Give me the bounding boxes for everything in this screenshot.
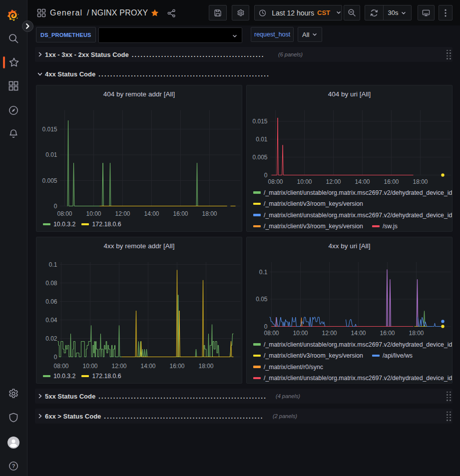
svg-text:0.01: 0.01 xyxy=(45,151,57,158)
svg-text:12:00: 12:00 xyxy=(115,210,130,217)
svg-text:0.04: 0.04 xyxy=(45,317,57,324)
svg-text:0: 0 xyxy=(264,172,268,179)
svg-text:0: 0 xyxy=(54,203,57,210)
svg-text:12:00: 12:00 xyxy=(322,330,337,337)
svg-text:14:00: 14:00 xyxy=(140,363,155,370)
svg-text:?: ? xyxy=(12,463,15,469)
svg-text:0.1: 0.1 xyxy=(259,269,268,276)
svg-text:16:00: 16:00 xyxy=(384,178,399,185)
svg-text:0.015: 0.015 xyxy=(42,126,57,133)
svg-text:0.005: 0.005 xyxy=(252,154,267,161)
svg-text:16:00: 16:00 xyxy=(169,363,184,370)
svg-text:10:00: 10:00 xyxy=(293,330,308,337)
svg-text:0.01: 0.01 xyxy=(256,136,268,143)
svg-text:08:00: 08:00 xyxy=(53,363,68,370)
svg-text:08:00: 08:00 xyxy=(268,178,283,185)
svg-text:18:00: 18:00 xyxy=(413,178,428,185)
svg-text:10:00: 10:00 xyxy=(86,210,101,217)
svg-text:18:00: 18:00 xyxy=(409,330,424,337)
svg-text:18:00: 18:00 xyxy=(198,363,213,370)
svg-text:0: 0 xyxy=(264,323,268,330)
svg-text:14:00: 14:00 xyxy=(351,330,366,337)
svg-text:0.005: 0.005 xyxy=(42,177,57,184)
svg-text:10:00: 10:00 xyxy=(297,178,312,185)
svg-text:0.1: 0.1 xyxy=(49,261,57,268)
svg-text:14:00: 14:00 xyxy=(355,178,370,185)
svg-text:0.08: 0.08 xyxy=(45,280,57,287)
svg-text:08:00: 08:00 xyxy=(264,330,279,337)
svg-text:10:00: 10:00 xyxy=(82,363,97,370)
svg-text:0.06: 0.06 xyxy=(45,298,57,305)
svg-text:16:00: 16:00 xyxy=(173,210,188,217)
svg-text:08:00: 08:00 xyxy=(57,210,72,217)
svg-text:16:00: 16:00 xyxy=(380,330,395,337)
svg-text:0.05: 0.05 xyxy=(256,296,268,303)
svg-text:14:00: 14:00 xyxy=(144,210,159,217)
svg-text:0.02: 0.02 xyxy=(45,335,57,342)
svg-text:18:00: 18:00 xyxy=(202,210,217,217)
svg-text:0: 0 xyxy=(54,354,57,361)
svg-text:12:00: 12:00 xyxy=(111,363,126,370)
svg-text:0.015: 0.015 xyxy=(252,118,267,125)
svg-text:12:00: 12:00 xyxy=(326,178,341,185)
